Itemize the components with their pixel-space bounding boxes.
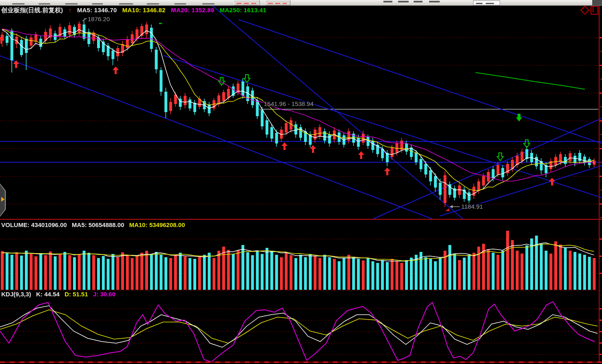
ma10-value: MA10: 1346.82 [122, 7, 166, 13]
volume-ma10-value: MA10: 53496208.00 [129, 221, 185, 228]
expand-right-icon [1, 197, 4, 202]
kdj-j-value: J: 30.60 [93, 291, 115, 298]
chart-header: 创业板指(日线.前复权) ↑ MA5: 1346.70 MA10: 1346.8… [1, 7, 270, 14]
low-price-label: 1184.91 [460, 203, 484, 210]
volume-ma5-value: MA5: 50654888.00 [72, 221, 124, 228]
chart-canvas[interactable] [0, 0, 602, 364]
kdj-k-value: K: 44.54 [36, 291, 60, 298]
range-price-label: 1541.96 - 1538.94 [263, 100, 314, 107]
restore-window-icon[interactable] [591, 6, 598, 15]
symbol-title: 创业板指(日线.前复权) [1, 7, 63, 13]
kdj-name: KDJ(9,3,3) [1, 291, 31, 298]
kdj-d-value: D: 51.51 [64, 291, 88, 298]
peak-price-label: 1876.20 [87, 15, 111, 22]
kdj-header: KDJ(9,3,3) K: 44.54 D: 51.51 J: 30.60 [1, 291, 119, 298]
ma250-value: MA250: 1613.41 [220, 7, 267, 13]
ma20-value: MA20: 1352.89 [171, 7, 214, 13]
up-arrow-icon: ↑ [69, 7, 72, 13]
volume-value: VOLUME: 43401096.00 [1, 221, 67, 228]
ma5-value: MA5: 1346.70 [77, 7, 117, 13]
volume-header: VOLUME: 43401096.00 MA5: 50654888.00 MA1… [1, 221, 188, 228]
trading-app-window: 创业板指(日线.前复权) ↑ MA5: 1346.70 MA10: 1346.8… [0, 0, 602, 364]
